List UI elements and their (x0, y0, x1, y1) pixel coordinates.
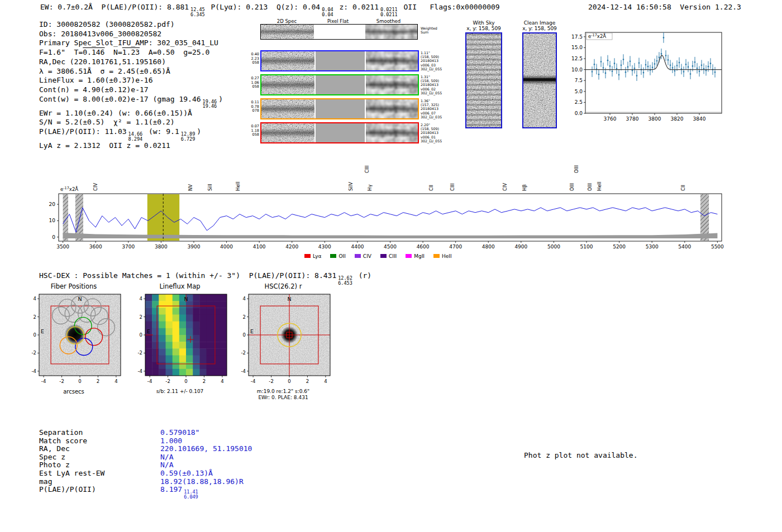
elixer-detection-report: EW: 0.7±0.2Å P(LAE)/P(OII): 8.88112.456.… (0, 0, 782, 532)
info-line: λ = 3806.51Å σ = 2.45(±0.65)Å (39, 67, 223, 76)
match-row: P(LAE)/P(OII)8.19711.416.049 (39, 486, 252, 499)
with-sky-image (465, 32, 502, 128)
legend-swatch (355, 254, 361, 258)
y-tick-label: 10 (49, 218, 56, 223)
text-run: 220.101669, 51.195010 (160, 444, 252, 453)
y-tick-label: 0 (34, 332, 36, 338)
text-run: P(LAE)/P(OII): 11.03 (39, 127, 127, 136)
match-row: RA, Dec220.101669, 51.195010 (39, 445, 252, 453)
text-run: EWr = 1.10(±0.24) (w: 0.66(±0.15))Å (39, 109, 192, 117)
pixel-flat-blank (315, 25, 364, 39)
spec2d-row (260, 98, 419, 119)
legend-swatch (304, 254, 311, 258)
weighted-sum-line: Weighted (421, 26, 437, 30)
legend-item: MgII (406, 253, 425, 259)
legend-swatch (330, 254, 336, 258)
text-run: 18.92(18.88,18.96)R (160, 477, 244, 486)
y-tick-label: 7.5 (575, 78, 583, 83)
x-tick-label: 2 (97, 378, 99, 384)
data-point (625, 71, 627, 73)
text-run: Obs: 20180413v006_3000820582 (39, 30, 161, 38)
text-run: N= (104, 48, 122, 56)
fiber-annotation: v006_02 (421, 87, 442, 91)
text-run: ) (218, 95, 223, 103)
fiber-annotation: (158, 509) (421, 127, 442, 131)
y-tick-label: 0 (52, 234, 55, 240)
smooth-image (366, 99, 418, 118)
data-point (638, 63, 640, 64)
legend-item: HeII (433, 253, 452, 259)
text-run: 1.000 (160, 437, 182, 445)
x-tick-label: -2 (165, 378, 170, 384)
fraction: 19.4619.46 (203, 99, 217, 109)
data-point (621, 64, 622, 66)
cutout-panel-fiber: Fiber PositionsNE-4-4-2-2002244arcsecs (25, 282, 123, 395)
cutout-plot-fiber: NE-4-4-2-2002244 (25, 292, 123, 388)
data-point (697, 68, 698, 69)
x-tick-label: 0 (184, 378, 187, 384)
with-sky-title: With Sky (457, 20, 511, 26)
x-tick-label: 4200 (285, 244, 298, 250)
fraction: 12.896.729 (181, 132, 196, 141)
x-tick-label: 4800 (482, 244, 495, 250)
frac-low: 19.46 (203, 104, 217, 109)
legend-label: Lyα (313, 253, 321, 259)
legend-label: CIV (363, 253, 371, 259)
x-tick-label: 3780 (626, 116, 639, 122)
fine-image (261, 25, 314, 39)
emission-line-label: HeII (235, 181, 241, 191)
cutout-plot-hsc: NE-4-4-2-2002244 (234, 292, 332, 388)
data-point (685, 64, 687, 65)
clean-image-coords: x, y: 158, 509 (514, 26, 565, 31)
clean-image-title: Clean Image (514, 20, 565, 26)
fraction: 14.668.294 (128, 132, 143, 141)
y-tick-label: 0 (243, 332, 246, 338)
data-point (714, 71, 716, 73)
weighted-sum-strip (260, 24, 418, 40)
detection-info-block: ID: 3000820582 (3000820582.pdf)Obs: 2018… (39, 20, 223, 151)
emission-line-label: HeII (597, 181, 602, 191)
match-label: mag (39, 478, 160, 486)
x-tick-label: 0 (78, 378, 81, 384)
x-tick-label: 4 (221, 378, 223, 384)
emission-line-label: CII (428, 185, 434, 191)
flat-image (316, 51, 365, 70)
x-tick-label: -4 (251, 378, 255, 384)
legend-label: HeII (442, 253, 452, 259)
with-sky-panel: With Sky x, y: 158, 509 (457, 20, 511, 128)
spec2d-row-left-labels: 0.402.23058 (246, 52, 259, 65)
data-point (603, 67, 604, 69)
text-run: (w: 9.1 (144, 127, 179, 136)
data-point (627, 66, 629, 68)
data-point (694, 61, 696, 63)
flux-units-label: e-17x2Å (588, 33, 606, 39)
y-tick-label: 0 (140, 332, 142, 338)
data-point (654, 63, 656, 65)
fraction: 11.416.049 (184, 490, 198, 499)
y-tick-label: -4 (138, 368, 142, 374)
fiber-annotation: 20180413 (421, 131, 442, 135)
data-point (623, 59, 624, 60)
data-point (703, 68, 705, 70)
emission-line-label: OIII (569, 183, 575, 191)
fiber-weight-value: 058 (246, 85, 259, 89)
clean-image-panel: Clean Image x, y: 158, 509 (514, 20, 565, 128)
text-run: ID: 3000820582 (3000820582.pdf) (39, 20, 175, 28)
data-point (634, 68, 636, 69)
flat-image (316, 75, 365, 94)
emission-line-label: Hβ (522, 184, 527, 191)
smooth-image (366, 123, 418, 142)
x-tick-label: 0 (288, 378, 290, 384)
data-point (701, 64, 703, 66)
fiber-annotation: 20180413 (421, 83, 442, 87)
frac-low: 6.049 (184, 495, 198, 500)
x-tick-label: 3500 (56, 244, 69, 250)
match-label: Photo z (39, 461, 160, 469)
photz-note: Phot z plot not available. (524, 451, 638, 459)
x-tick-label: -2 (269, 378, 273, 384)
x-tick-label: 4500 (384, 244, 397, 250)
emission-line-label: SiII (207, 184, 213, 191)
match-value: 1.000 (160, 437, 182, 445)
data-point (667, 59, 669, 61)
y-tick-label: 0.0 (575, 111, 583, 116)
